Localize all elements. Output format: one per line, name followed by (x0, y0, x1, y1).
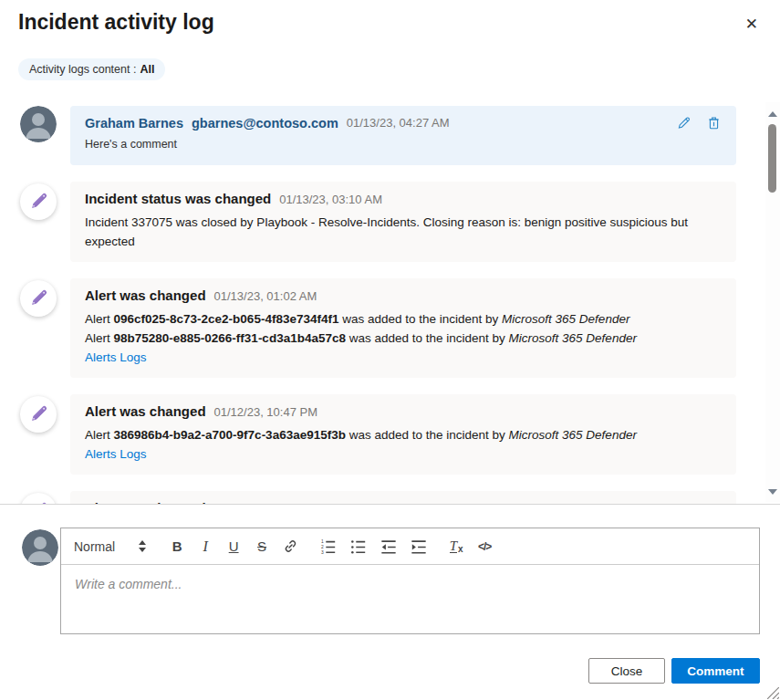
alert-line: Alert 096cf025-8c73-2ce2-b065-4f83e734f4… (85, 309, 722, 329)
outdent-icon[interactable] (380, 538, 397, 555)
activity-title: Alert was changed (85, 500, 206, 505)
resize-grip[interactable] (767, 687, 779, 699)
composer-avatar (22, 529, 58, 566)
scrollbar-thumb[interactable] (768, 124, 776, 193)
avatar (20, 106, 57, 142)
text-style-dropdown[interactable]: Normal (74, 539, 146, 554)
comment-author: Graham Barnes (85, 116, 183, 131)
activity-timestamp: 01/13/23, 03:10 AM (279, 193, 382, 206)
svg-text:3: 3 (321, 550, 324, 555)
activity-card: Incident status was changed 01/13/23, 03… (70, 182, 736, 262)
activity-entry: Incident status was changed 01/13/23, 03… (20, 182, 736, 262)
link-icon[interactable] (283, 538, 298, 554)
indent-icon[interactable] (411, 538, 427, 555)
alert-source: Microsoft 365 Defender (509, 428, 637, 442)
activity-timestamp: 01/13/23, 01:02 AM (214, 289, 317, 303)
alert-line: Alert 98b75280-e885-0266-ff31-cd3a1b4a57… (85, 329, 722, 348)
comment-entry: Graham Barnes gbarnes@contoso.com 01/13/… (20, 106, 736, 165)
filter-chip-value: All (140, 63, 154, 76)
comment-editor: Normal B I U S 1 (60, 528, 760, 634)
activity-timestamp: 01/12/23, 09:57 PM (214, 502, 317, 505)
comment-input-placeholder: Write a comment... (75, 577, 745, 591)
page-title: Incident activity log (18, 10, 214, 35)
vertical-scrollbar[interactable] (765, 102, 780, 502)
underline-button[interactable]: U (226, 538, 241, 554)
activity-entry: Alert was changed 01/12/23, 09:57 PM Ale… (20, 491, 736, 505)
comment-body: Here's a comment (85, 138, 722, 151)
activity-card: Alert was changed 01/12/23, 09:57 PM Ale… (70, 491, 736, 505)
clear-formatting-button[interactable]: Tx (449, 538, 463, 554)
alert-source: Microsoft 365 Defender (509, 331, 637, 345)
activity-card: Alert was changed 01/13/23, 01:02 AM Ale… (70, 278, 736, 378)
activity-pencil-icon (20, 280, 57, 317)
activity-pencil-icon (20, 396, 57, 433)
bold-button[interactable]: B (170, 538, 184, 554)
edit-comment-icon[interactable] (676, 115, 692, 131)
editor-toolbar: Normal B I U S 1 (61, 528, 759, 565)
filter-chip-label: Activity logs content : (29, 63, 136, 76)
strikethrough-button[interactable]: S (255, 538, 269, 554)
activity-pencil-icon (20, 183, 57, 220)
filter-chip-activity-logs-content[interactable]: Activity logs content : All (18, 58, 165, 80)
bullet-list-icon[interactable] (350, 538, 367, 555)
svg-text:1: 1 (321, 539, 324, 544)
activity-pencil-icon (20, 493, 57, 505)
code-block-button[interactable]: </> (477, 540, 492, 553)
comment-button[interactable]: Comment (671, 658, 760, 684)
activity-log-scroll-area: Graham Barnes gbarnes@contoso.com 01/13/… (0, 100, 780, 505)
ordered-list-icon[interactable]: 1 2 3 (320, 538, 337, 555)
svg-text:2: 2 (321, 545, 324, 549)
comment-input[interactable]: Write a comment... (61, 565, 759, 603)
alert-id: 096cf025-8c73-2ce2-b065-4f83e734f4f1 (114, 312, 339, 326)
alert-source: Microsoft 365 Defender (502, 312, 629, 326)
activity-title: Alert was changed (85, 287, 206, 303)
close-icon[interactable]: ✕ (745, 15, 758, 34)
close-button[interactable]: Close (588, 658, 665, 684)
activity-card: Alert was changed 01/12/23, 10:47 PM Ale… (70, 394, 736, 475)
activity-title: Incident status was changed (85, 191, 271, 206)
alert-id: 98b75280-e885-0266-ff31-cd3a1b4a57c8 (114, 331, 346, 345)
italic-button[interactable]: I (198, 538, 213, 555)
alert-id: 386986b4-b9a2-a700-9f7c-3a63ae915f3b (114, 428, 346, 442)
alerts-logs-link[interactable]: Alerts Logs (85, 444, 147, 464)
activity-entry: Alert was changed 01/13/23, 01:02 AM Ale… (20, 278, 736, 378)
delete-comment-icon[interactable] (706, 115, 722, 131)
comment-timestamp: 01/13/23, 04:27 AM (347, 116, 450, 130)
activity-entry: Alert was changed 01/12/23, 10:47 PM Ale… (20, 394, 736, 475)
activity-text: Incident 337075 was closed by Playbook -… (85, 213, 722, 251)
text-style-value: Normal (74, 539, 115, 554)
comment-card: Graham Barnes gbarnes@contoso.com 01/13/… (70, 106, 736, 165)
style-dropdown-arrows-icon (139, 540, 146, 552)
comment-author-email: gbarnes@contoso.com (192, 116, 338, 131)
alerts-logs-link[interactable]: Alerts Logs (85, 348, 147, 367)
scrollbar-down-icon[interactable] (765, 486, 780, 498)
incident-activity-log-panel: Incident activity log ✕ Activity logs co… (0, 0, 780, 700)
alert-line: Alert 386986b4-b9a2-a700-9f7c-3a63ae915f… (85, 425, 722, 444)
activity-timestamp: 01/12/23, 10:47 PM (214, 405, 317, 419)
scrollbar-up-icon[interactable] (765, 108, 780, 120)
activity-title: Alert was changed (85, 403, 206, 419)
